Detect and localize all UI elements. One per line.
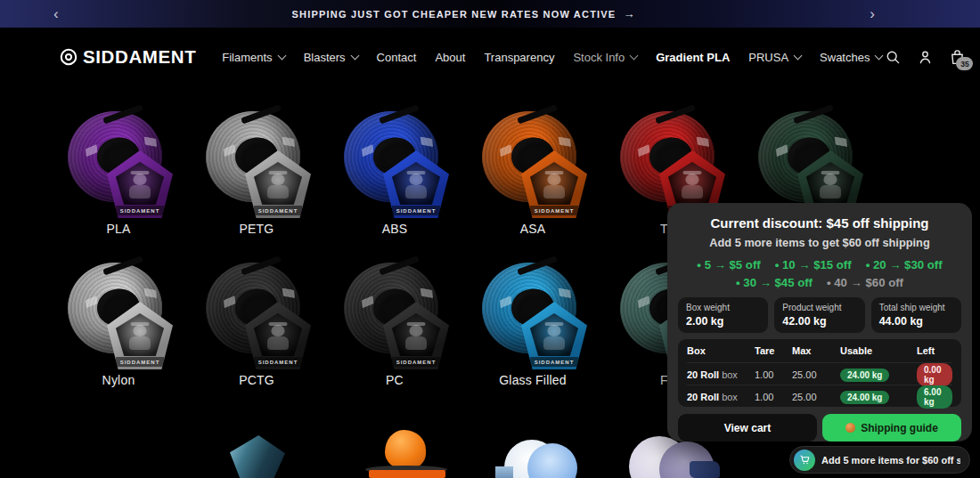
- left-cell: 0.00 kg: [917, 363, 952, 386]
- product-card-petg[interactable]: SIDDAMENTPETG: [199, 111, 314, 245]
- sample-box-window: [254, 162, 302, 205]
- spool-brand-label: SIDDAMENT: [392, 206, 440, 215]
- figure-body: [129, 336, 151, 350]
- figure-head: [410, 325, 423, 336]
- product-label: PLA: [61, 222, 176, 236]
- usable-pill: 24.00 kg: [840, 369, 889, 382]
- weight-stat: Box weight2.00 kg: [678, 297, 768, 333]
- weight-stat: Product weight42.00 kg: [774, 297, 864, 333]
- weight-stat-value: 2.00 kg: [686, 315, 760, 328]
- box-table-col-header: Usable: [840, 345, 917, 356]
- figure-head: [134, 174, 147, 185]
- discount-tier-line: • 5 → $5 off• 10 → $15 off• 20 → $30 off: [678, 255, 961, 273]
- figure-body: [543, 336, 565, 350]
- weight-stat-label: Product weight: [782, 303, 856, 312]
- spool-brand-label: SIDDAMENT: [530, 357, 578, 367]
- nav-item-stock-info[interactable]: Stock Info: [573, 51, 637, 64]
- product-card-pla[interactable]: SIDDAMENTPLA: [61, 111, 176, 245]
- nav-item-filaments[interactable]: Filaments: [222, 51, 284, 64]
- discount-tiers: • 5 → $5 off• 10 → $15 off• 20 → $30 off…: [678, 255, 961, 291]
- view-cart-button[interactable]: View cart: [678, 414, 817, 442]
- figure-head: [134, 325, 147, 336]
- product-card-abs[interactable]: SIDDAMENTABS: [337, 111, 453, 245]
- box-table-col-header: Box: [687, 345, 755, 356]
- main-nav: FilamentsBlastersContactAboutTransparenc…: [222, 51, 882, 64]
- weight-stat-label: Box weight: [686, 303, 760, 312]
- weight-stat: Total ship weight44.00 kg: [871, 297, 961, 333]
- nav-item-label: Blasters: [304, 51, 346, 64]
- partial-product-orange-print[interactable]: [385, 430, 426, 469]
- logo[interactable]: SIDDAMENT: [59, 46, 196, 68]
- banner-prev-icon[interactable]: ‹: [53, 5, 59, 20]
- spool-brand-label: SIDDAMENT: [392, 357, 440, 367]
- figure-head: [548, 174, 561, 185]
- discount-tier: • 20 → $30 off: [866, 258, 943, 271]
- shipping-guide-button[interactable]: Shipping guide: [822, 414, 961, 442]
- sample-box-window: [116, 313, 164, 356]
- product-card-glass-filled[interactable]: SIDDAMENTGlass Filled: [475, 263, 591, 396]
- cart-progress-chip[interactable]: Add 5 more items for $60 off shipp...: [789, 446, 970, 474]
- discount-tier: • 10 → $15 off: [775, 258, 852, 271]
- partial-product-navy-print: [690, 461, 720, 478]
- cart-progress-icon: [794, 450, 815, 471]
- figure-body: [543, 185, 565, 198]
- product-card-pctg[interactable]: SIDDAMENTPCTG: [199, 263, 314, 396]
- banner-message: SHIPPING JUST GOT CHEAPER NEW RATES NOW …: [292, 9, 617, 20]
- nav-item-blasters[interactable]: Blasters: [304, 51, 358, 64]
- sample-box-window: [806, 162, 854, 205]
- left-pill: 0.00 kg: [917, 363, 952, 386]
- figure-body: [405, 185, 427, 198]
- product-label: Glass Filled: [475, 373, 591, 387]
- nav-item-transparency[interactable]: Transparency: [484, 51, 554, 64]
- sample-box-window: [530, 313, 578, 356]
- discount-subtitle: Add 5 more items to get $60 off shipping: [678, 236, 961, 249]
- nav-item-about[interactable]: About: [435, 51, 465, 64]
- nav-item-gradient-pla[interactable]: Gradient PLA: [656, 51, 730, 64]
- cart-count-badge: 35: [956, 57, 973, 70]
- discount-tier-line: • 30 → $45 off• 40 → $60 off: [678, 273, 961, 291]
- brand-name: SIDDAMENT: [83, 46, 196, 68]
- box-cell: 20 Roll box: [687, 369, 755, 380]
- announcement-bar[interactable]: ‹ SHIPPING JUST GOT CHEAPER NEW RATES NO…: [0, 0, 980, 28]
- product-card-pc[interactable]: SIDDAMENTPC: [337, 263, 453, 396]
- nav-item-contact[interactable]: Contact: [377, 51, 417, 64]
- nav-item-label: Gradient PLA: [656, 51, 730, 64]
- discount-tier: • 30 → $45 off: [736, 276, 813, 289]
- spool-brand-label: SIDDAMENT: [530, 206, 578, 215]
- spool-brand-label: SIDDAMENT: [116, 206, 164, 215]
- box-table: BoxTareMaxUsableLeft 20 Roll box1.0025.0…: [678, 339, 961, 407]
- nav-item-prusa[interactable]: PRUSA: [748, 51, 801, 64]
- figure-body: [129, 185, 151, 198]
- search-icon[interactable]: [882, 46, 903, 68]
- product-card-asa[interactable]: SIDDAMENTASA: [475, 111, 591, 245]
- weight-stat-value: 42.00 kg: [782, 315, 856, 328]
- weight-stats: Box weight2.00 kgProduct weight42.00 kgT…: [678, 297, 961, 333]
- shipping-guide-label: Shipping guide: [861, 422, 938, 434]
- left-pill: 6.00 kg: [917, 385, 952, 409]
- figure-head: [824, 174, 837, 185]
- nav-item-label: Transparency: [484, 51, 554, 64]
- weight-stat-value: 44.00 kg: [879, 315, 953, 328]
- partial-product-print-base: [369, 470, 445, 478]
- figure-head: [272, 174, 285, 185]
- account-icon[interactable]: [914, 46, 935, 68]
- tare-cell: 1.00: [755, 369, 792, 380]
- nav-item-swatches[interactable]: Swatches: [820, 51, 882, 64]
- spool-brand-label: SIDDAMENT: [254, 357, 302, 367]
- box-table-col-header: Tare: [755, 345, 792, 356]
- nav-item-label: Stock Info: [573, 51, 625, 64]
- figure-head: [686, 174, 699, 185]
- tare-cell: 1.00: [755, 392, 792, 402]
- logo-icon: [59, 47, 78, 67]
- product-card-nylon[interactable]: SIDDAMENTNylon: [61, 263, 176, 396]
- max-cell: 25.00: [792, 369, 840, 380]
- banner-next-icon[interactable]: ›: [870, 5, 875, 20]
- product-label: ASA: [475, 222, 591, 236]
- partial-product-gem[interactable]: [230, 435, 285, 478]
- usable-cell: 24.00 kg: [840, 391, 917, 404]
- nav-item-label: Filaments: [222, 51, 272, 64]
- chevron-down-icon: [630, 52, 639, 61]
- cart-icon[interactable]: 35: [946, 46, 968, 68]
- spool-brand-label: SIDDAMENT: [116, 357, 164, 367]
- discount-title: Current discount: $45 off shipping: [678, 215, 961, 231]
